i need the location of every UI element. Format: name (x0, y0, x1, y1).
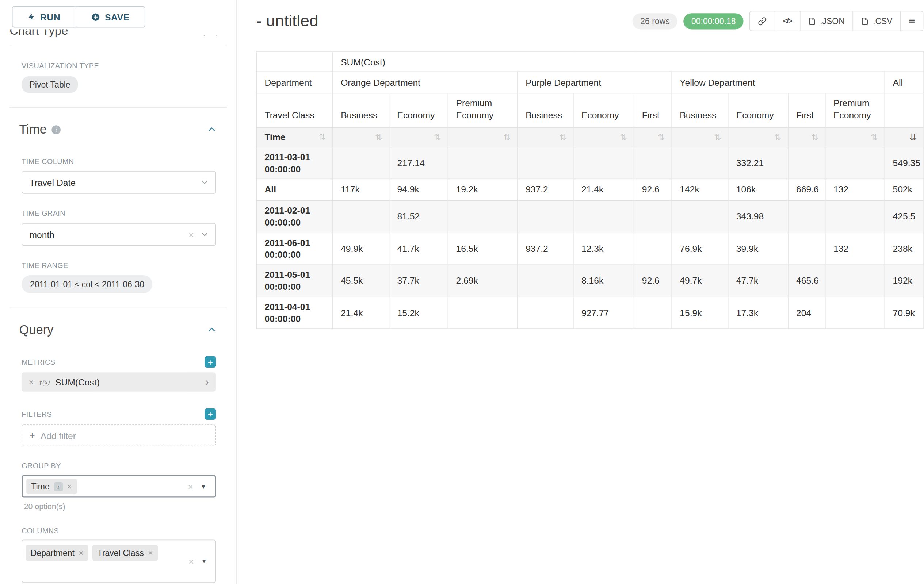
time-range-label: TIME RANGE (21, 262, 216, 270)
time-column-select[interactable]: Travel Date (21, 171, 216, 193)
pivot-cell: 927.77 (573, 297, 634, 329)
pivot-class-header: Economy (389, 93, 448, 127)
export-csv-button[interactable]: .CSV (852, 11, 901, 31)
clear-icon[interactable]: × (188, 481, 193, 491)
csv-button-label: .CSV (873, 16, 893, 26)
chevron-up-icon[interactable] (208, 326, 216, 334)
pivot-cell (518, 201, 573, 233)
sort-desc-icon[interactable]: ⇊ (909, 132, 917, 143)
time-column-label: TIME COLUMN (21, 157, 216, 165)
pivot-row-header: 2011-06-01 00:00:00 (256, 232, 333, 265)
pivot-cell: 49.9k (333, 232, 389, 265)
bolt-icon (28, 12, 35, 21)
clear-icon[interactable]: × (188, 229, 193, 239)
remove-chip-icon[interactable]: × (79, 548, 83, 558)
pivot-cell: 70.9k (884, 297, 924, 329)
clipped-icon-dots: · · (203, 31, 222, 38)
sort-toggle[interactable]: ⇅ (333, 127, 389, 147)
sort-icon[interactable]: ⇅ (434, 132, 441, 141)
sort-toggle[interactable]: ⇅ (389, 127, 448, 147)
pivot-cell: 92.6 (634, 265, 672, 297)
sort-icon[interactable]: ⇅ (812, 132, 818, 141)
pivot-cell: 2.69k (448, 265, 518, 297)
pivot-cell (825, 201, 885, 233)
columns-chip[interactable]: Department × (26, 545, 88, 561)
sort-toggle[interactable]: ⇅ (448, 127, 518, 147)
add-metric-button[interactable]: + (205, 356, 216, 368)
metrics-label: METRICS (21, 358, 55, 366)
pivot-group-header: Orange Department (333, 72, 518, 93)
column-info-icon[interactable]: i (54, 482, 63, 491)
sort-toggle[interactable]: ⇅ (728, 127, 788, 147)
pivot-data-row: 2011-06-01 00:00:0049.9k41.7k16.5k937.21… (256, 232, 924, 265)
time-grain-value: month (30, 229, 55, 239)
sort-icon[interactable]: ⇅ (871, 132, 878, 141)
sort-icon[interactable]: ⇅ (774, 132, 781, 141)
sort-toggle[interactable]: ⇅ (573, 127, 634, 147)
add-filter-button[interactable]: + (205, 408, 216, 420)
export-json-button[interactable]: .JSON (799, 11, 853, 31)
sort-toggle-active[interactable]: ⇊ (884, 127, 924, 147)
sort-toggle[interactable]: ⇅ (788, 127, 825, 147)
remove-chip-icon[interactable]: × (67, 482, 72, 491)
pivot-cell (333, 201, 389, 233)
run-button[interactable]: RUN (12, 6, 76, 27)
sort-icon[interactable]: ⇅ (319, 132, 326, 141)
columns-select[interactable]: Department × Travel Class × × ▼ (21, 540, 216, 583)
sort-icon[interactable]: ⇅ (658, 132, 665, 141)
sort-icon[interactable]: ⇅ (620, 132, 627, 141)
time-grain-select[interactable]: month × (21, 223, 216, 246)
clear-icon[interactable]: × (188, 556, 193, 566)
query-section-header[interactable]: Query (19, 322, 216, 337)
chart-toolbar: 26 rows 00:00:00.18 </> .JSON . (632, 11, 923, 31)
copy-link-button[interactable] (749, 11, 776, 31)
time-section-header[interactable]: Time i (19, 122, 216, 137)
metric-item[interactable]: × ƒ(x) SUM(Cost) › (21, 372, 216, 392)
sort-toggle[interactable]: ⇅ (825, 127, 885, 147)
group-by-chip[interactable]: Time i × (26, 479, 77, 494)
chevron-down-icon[interactable] (201, 179, 208, 186)
file-icon (861, 16, 868, 26)
save-button[interactable]: SAVE (76, 6, 145, 27)
add-filter-dropzone[interactable]: + Add filter (21, 424, 216, 446)
pivot-cell (634, 232, 672, 265)
remove-chip-icon[interactable]: × (148, 548, 153, 558)
sort-icon[interactable]: ⇅ (714, 132, 721, 141)
caret-down-icon[interactable]: ▼ (201, 558, 207, 565)
visualization-type-value[interactable]: Pivot Table (21, 76, 78, 93)
columns-chip[interactable]: Travel Class × (93, 545, 158, 561)
info-icon: i (51, 125, 61, 134)
caret-down-icon[interactable]: ▼ (201, 483, 206, 489)
pivot-cell: 204 (788, 297, 825, 329)
pivot-cell: 132 (825, 179, 885, 201)
pivot-data-row: 2011-02-01 00:00:0081.52343.98425.5 (256, 201, 924, 233)
sort-toggle[interactable]: ⇅ (634, 127, 672, 147)
sort-toggle[interactable]: ⇅ (672, 127, 728, 147)
sort-toggle[interactable]: ⇅ (518, 127, 573, 147)
pivot-cell: 238k (884, 232, 924, 265)
pivot-cell: 39.9k (728, 232, 788, 265)
metrics-label-row: METRICS + (21, 356, 216, 368)
columns-label: COLUMNS (21, 526, 216, 535)
chart-title[interactable]: - untitled (256, 12, 318, 30)
chevron-up-icon[interactable] (208, 125, 216, 133)
pivot-cell (573, 201, 634, 233)
chart-type-heading-text: Chart Type (10, 30, 68, 39)
sort-icon[interactable]: ⇅ (559, 132, 566, 141)
pivot-cell: 217.14 (389, 147, 448, 179)
pivot-row-dim-header[interactable]: Time⇅ (256, 127, 333, 147)
remove-metric-icon[interactable]: × (29, 377, 34, 387)
pivot-table-container: SUM(Cost)DepartmentOrange DepartmentPurp… (256, 51, 924, 329)
pivot-cell (634, 201, 672, 233)
menu-button[interactable]: ≡ (900, 11, 923, 31)
time-range-value[interactable]: 2011-01-01 ≤ col < 2011-06-30 (21, 275, 153, 293)
pivot-cell: 669.6 (788, 179, 825, 201)
chevron-right-icon[interactable]: › (205, 377, 209, 388)
sort-icon[interactable]: ⇅ (375, 132, 382, 141)
chevron-down-icon[interactable] (201, 231, 208, 239)
sort-icon[interactable]: ⇅ (504, 132, 511, 141)
group-by-select[interactable]: Time i × × ▼ (21, 475, 216, 497)
pivot-data-row: All117k94.9k19.2k937.221.4k92.6142k106k6… (256, 179, 924, 201)
pivot-class-header: Premium Economy (825, 93, 885, 127)
embed-code-button[interactable]: </> (775, 11, 800, 31)
